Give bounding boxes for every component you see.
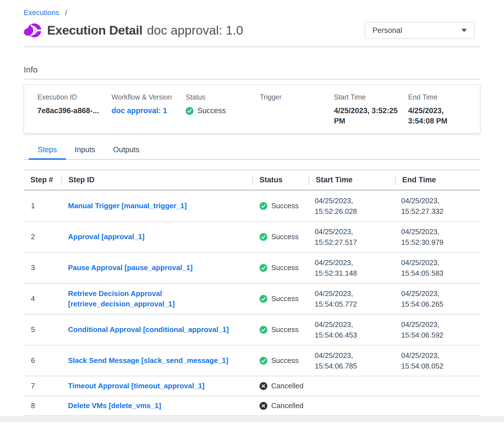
breadcrumb-executions-link[interactable]: Executions [24,8,59,17]
chevron-down-icon [461,28,467,32]
start-time-cell: 04/25/2023, 15:52:31.148 [309,257,395,278]
execution-id-value: 7e8ac396-a868-... [37,106,112,116]
step-number: 4 [24,294,61,303]
start-time-cell: 04/25/2023, 15:54:06.785 [309,350,395,371]
table-row: 4 Retrieve Decision Approval [retrieve_d… [24,284,480,314]
col-start-time: Start Time [309,175,395,185]
success-check-icon [186,107,193,115]
table-row: 8 Delete VMs [delete_vms_1] Cancelled [24,396,480,416]
step-link[interactable]: Delete VMs [delete_vms_1] [68,401,161,411]
start-time-cell: 04/25/2023, 15:54:06.453 [309,319,395,340]
tab-steps[interactable]: Steps [29,146,66,159]
step-number: 3 [24,263,61,272]
workflow-version-link[interactable]: doc approval: 1 [112,106,175,116]
col-status: Status [252,175,309,185]
start-time-cell: 04/25/2023, 15:52:26.028 [309,195,395,217]
status-label: Cancelled [271,382,304,390]
step-number: 8 [24,401,61,410]
steps-table: Step # Step ID Status Start Time End Tim… [24,170,480,416]
success-icon [260,295,267,303]
breadcrumb-separator: / [65,8,67,17]
info-field-workflow-version: Workflow & Version doc approval: 1 [112,93,186,126]
tab-outputs[interactable]: Outputs [104,146,149,159]
col-end-time: End Time [395,175,480,185]
workflow-brand-icon [24,21,42,39]
info-divider [24,79,480,79]
table-row: 1 Manual Trigger [manual_trigger_1] Succ… [24,191,480,222]
info-card: Execution ID 7e8ac396-a868-... Workflow … [24,84,480,134]
end-time-value: 4/25/2023, 3:54:08 PM [408,106,474,126]
success-icon [260,326,267,334]
execution-detail-page: Executions / Execution Detail doc approv… [0,0,504,416]
step-number: 7 [24,382,61,390]
info-label: Status [186,93,260,101]
table-row: 2 Approval [approval_1] Success 04/25/20… [24,222,480,253]
info-label: End Time [408,93,474,101]
info-label: Workflow & Version [112,93,186,101]
step-link[interactable]: Approval [approval_1] [68,232,145,242]
info-field-start-time: Start Time 4/25/2023, 3:52:25 PM [334,93,408,126]
cancelled-icon [260,382,267,390]
table-row: 7 Timeout Approval [timeout_approval_1] … [24,376,480,396]
step-link[interactable]: Slack Send Message [slack_send_message_1… [68,355,228,366]
step-number: 1 [24,202,61,210]
info-label: Start Time [334,93,408,101]
tabs: Steps Inputs Outputs [24,146,480,160]
info-heading: Info [24,65,480,74]
cancelled-icon [260,402,267,410]
end-time-cell: 04/25/2023, 15:54:06.265 [395,288,480,309]
step-link[interactable]: Pause Approval [pause_approval_1] [68,263,193,273]
info-field-trigger: Trigger [260,93,334,126]
page-subtitle: doc approval: 1.0 [147,23,243,38]
end-time-cell: 04/25/2023, 15:54:05.583 [395,257,480,278]
step-number: 2 [24,232,61,241]
status-label: Success [271,294,299,303]
breadcrumb: Executions / [24,0,480,17]
scope-dropdown-value: Personal [372,26,402,35]
success-icon [260,202,267,210]
page-title-group: Execution Detail doc approval: 1.0 [47,23,243,38]
end-time-cell: 04/25/2023, 15:54:08.052 [395,350,480,371]
status-label: Success [271,356,299,365]
info-field-execution-id: Execution ID 7e8ac396-a868-... [37,93,112,126]
status-text: Success [197,106,226,116]
step-link[interactable]: Timeout Approval [timeout_approval_1] [68,381,205,391]
end-time-cell: 04/25/2023, 15:52:30.979 [395,226,480,248]
col-step-id: Step ID [61,175,252,185]
col-step-num: Step # [24,175,61,185]
end-time-cell: 04/25/2023, 15:54:06.592 [395,319,480,340]
step-link[interactable]: Conditional Approval [conditional_approv… [68,324,229,335]
table-row: 6 Slack Send Message [slack_send_message… [24,345,480,376]
info-label: Trigger [260,93,334,101]
title-row: Execution Detail doc approval: 1.0 Perso… [24,21,480,39]
scope-dropdown[interactable]: Personal [365,22,475,39]
page-title: Execution Detail [47,23,142,38]
status-label: Success [271,325,299,334]
start-time-cell: 04/25/2023, 15:52:27.517 [309,226,395,248]
table-row: 5 Conditional Approval [conditional_appr… [24,314,480,345]
table-row: 3 Pause Approval [pause_approval_1] Succ… [24,253,480,284]
end-time-cell: 04/25/2023, 15:52:27.332 [395,195,480,217]
info-label: Execution ID [37,93,112,101]
table-header: Step # Step ID Status Start Time End Tim… [24,170,480,191]
start-time-value: 4/25/2023, 3:52:25 PM [334,106,408,126]
info-field-end-time: End Time 4/25/2023, 3:54:08 PM [408,93,474,126]
status-label: Cancelled [271,401,304,410]
success-icon [260,357,267,365]
bottom-strip [0,416,504,422]
step-number: 5 [24,325,61,334]
status-label: Success [271,263,299,272]
step-link[interactable]: Manual Trigger [manual_trigger_1] [68,201,187,211]
tab-inputs[interactable]: Inputs [66,146,104,159]
title-divider [24,47,480,47]
status-label: Success [271,202,299,210]
step-link[interactable]: Retrieve Decision Approval [retrieve_dec… [68,289,246,309]
success-icon [260,264,267,272]
step-number: 6 [24,356,61,365]
info-field-status: Status Success [186,93,260,126]
success-icon [260,233,267,241]
status-label: Success [271,232,299,241]
start-time-cell: 04/25/2023, 15:54:05.772 [309,288,395,309]
